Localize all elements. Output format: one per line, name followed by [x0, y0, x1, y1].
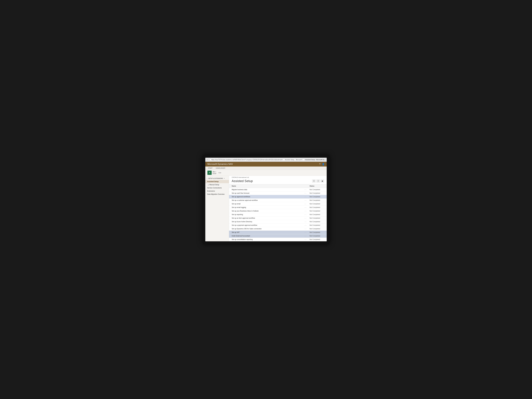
table-row[interactable]: Set up your Business Inbox in Outlook···… [229, 209, 327, 213]
table-row[interactable]: Set up Dynamics 365 for Sales connection… [229, 227, 327, 231]
row-status: Not Completed [308, 223, 327, 227]
row-dots[interactable]: ··· [303, 191, 308, 195]
row-status: Not Completed [308, 213, 327, 216]
nav-page: CRONUS International Ltd. Assisted Setup… [229, 176, 327, 241]
row-name: Set up your Business Inbox in Outlook [229, 209, 303, 213]
row-dots[interactable]: ··· [303, 223, 308, 227]
row-name: Invite External Accountant [229, 234, 303, 238]
toolbar-handlinger-button[interactable]: HANDLINGER [215, 167, 226, 169]
row-status: Not Completed [308, 209, 327, 213]
row-name: Set up a payment approval workflow [229, 223, 303, 227]
side-label: Side [218, 172, 221, 173]
row-dots[interactable]: ··· [303, 231, 308, 234]
nav-application: Microsoft Dynamics NAV ? 👤 START HANDLIN… [205, 162, 327, 241]
row-status: Not Completed [308, 231, 327, 234]
row-name: Set up Dynamics 365 for Sales connection [229, 227, 303, 231]
row-dots[interactable]: ··· [303, 195, 308, 199]
table-row[interactable]: Set up cash flow forecast···Not Complete… [229, 191, 327, 195]
row-name: Set up consolidation reporting [229, 238, 303, 241]
row-dots[interactable]: ··· [303, 234, 308, 238]
row-status: Not Completed [308, 195, 327, 199]
sidebar-item-assisted-setup[interactable]: Assisted Setup [205, 180, 229, 183]
row-dots[interactable]: ··· [303, 206, 308, 209]
header-icons: ? 👤 [319, 163, 325, 165]
row-name: Set up Azure Active Directory [229, 220, 303, 223]
card-view-button[interactable]: ◼ [321, 180, 324, 183]
sidebar-item-data-migration[interactable]: Data Migration Overview [205, 193, 229, 196]
row-dots[interactable]: ··· [303, 213, 308, 216]
table-row[interactable]: Set up a payment approval workflow···Not… [229, 223, 327, 227]
nav-toolbar: START HANDLINGER [205, 166, 327, 170]
row-name: Migrate business data [229, 188, 303, 191]
row-name: Set up cash flow forecast [229, 191, 303, 195]
tile-view-button[interactable]: ☷ [317, 180, 320, 183]
home-icon: ⌂ [207, 177, 208, 179]
row-name: Set up email logging [229, 206, 303, 209]
row-dots[interactable]: ··· [303, 188, 308, 191]
table-row[interactable]: Invite External Accountant···Not Complet… [229, 234, 327, 238]
col-header-status: Status [308, 184, 327, 188]
app-title: Microsoft Dynamics NAV [207, 163, 233, 165]
table-row[interactable]: Set up Azure Active Directory···Not Comp… [229, 220, 327, 223]
row-dots[interactable]: ··· [303, 209, 308, 213]
row-dots[interactable]: ··· [303, 216, 308, 220]
sidebar-item-extensions[interactable]: Extensions [205, 190, 229, 193]
row-name: Set up email [229, 202, 303, 206]
browser-url-bar[interactable] [210, 158, 304, 161]
row-dots[interactable]: ··· [303, 238, 308, 241]
row-name: Set up a customer approval workflow [229, 199, 303, 202]
browser-window: ← Assisted Setup - Microsoft Dy... Micro… [205, 158, 327, 241]
col-header-dots [303, 184, 308, 188]
browser-titlebar: ← Assisted Setup - Microsoft Dy... [205, 158, 327, 162]
row-name: Set up reporting [229, 213, 303, 216]
excel-icon[interactable]: X [207, 171, 212, 175]
row-status: Not Completed [308, 227, 327, 231]
table-header-row: Name Status [229, 184, 327, 188]
row-status: Not Completed [308, 216, 327, 220]
row-name: Set up VAT [229, 231, 303, 234]
row-status: Not Completed [308, 234, 327, 238]
col-header-name: Name [229, 184, 303, 188]
sidebar-home[interactable]: ⌂ SETUP & EXTENSIONS ▼ [205, 177, 229, 180]
row-status: Not Completed [308, 238, 327, 241]
monitor-bezel: ← Assisted Setup - Microsoft Dy... Micro… [203, 155, 329, 244]
list-view-button[interactable]: ☰ [312, 180, 316, 183]
table-row[interactable]: Set up an item approval workflow···Not C… [229, 216, 327, 220]
nav-main: ⌂ SETUP & EXTENSIONS ▼ Assisted Setup ▶M… [205, 176, 327, 241]
browser-tab-label: Assisted Setup - Microsoft Dy... [305, 159, 325, 160]
sidebar-item-service-connections[interactable]: Service Connections [205, 186, 229, 190]
table-row[interactable]: Migrate business data···Not Completed [229, 188, 327, 191]
row-dots[interactable]: ··· [303, 199, 308, 202]
row-dots[interactable]: ··· [303, 202, 308, 206]
user-icon[interactable]: 👤 [322, 163, 325, 165]
row-dots[interactable]: ··· [303, 227, 308, 231]
excel-label-line1: Åbn i [213, 171, 216, 173]
sidebar-item-manual-setup[interactable]: ▶Manual Setup [205, 183, 229, 186]
table-row[interactable]: Set up consolidation reporting···Not Com… [229, 238, 327, 241]
row-status: Not Completed [308, 202, 327, 206]
table-row[interactable]: Set up reporting···Not Completed [229, 213, 327, 216]
table-row[interactable]: Set up email···Not Completed [229, 202, 327, 206]
chevron-down-icon: ▼ [224, 178, 225, 179]
table-row[interactable]: Set up email logging···Not Completed [229, 206, 327, 209]
page-header: Assisted Setup ☰ ☷ ◼ [229, 178, 327, 184]
row-dots[interactable]: ··· [303, 220, 308, 223]
table-row[interactable]: Set up approval workflows···Not Complete… [229, 195, 327, 199]
row-status: Not Completed [308, 220, 327, 223]
help-icon[interactable]: ? [319, 163, 320, 165]
nav-sidebar: ⌂ SETUP & EXTENSIONS ▼ Assisted Setup ▶M… [205, 176, 229, 241]
excel-label-line2: Excel [213, 173, 216, 174]
row-status: Not Completed [308, 191, 327, 195]
toolbar-start-button[interactable]: START [207, 167, 213, 169]
table-body: Migrate business data···Not CompletedSet… [229, 188, 327, 241]
setup-table: Name Status Migrate business data···Not … [229, 184, 327, 241]
browser-back-button[interactable]: ← [207, 158, 209, 161]
page-title: Assisted Setup [232, 179, 253, 183]
table-row[interactable]: Set up VAT···Not Completed [229, 231, 327, 234]
expand-icon: ▶ [208, 184, 209, 185]
row-name: Set up an item approval workflow [229, 216, 303, 220]
page-header-actions: ☰ ☷ ◼ [312, 180, 324, 183]
row-name: Set up approval workflows [229, 195, 303, 199]
table-row[interactable]: Set up a customer approval workflow···No… [229, 199, 327, 202]
row-status: Not Completed [308, 206, 327, 209]
